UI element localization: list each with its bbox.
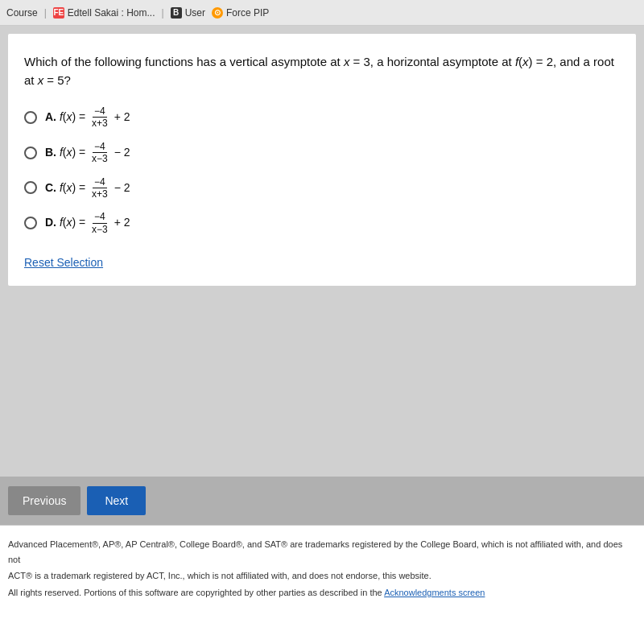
choice-A-label: A. f(x) = −4 x+3 + 2: [45, 105, 130, 130]
fraction-C-denom: x+3: [90, 188, 109, 200]
tab-edtell[interactable]: FE Edtell Sakai : Hom...: [53, 7, 155, 19]
choice-C-label: C. f(x) = −4 x+3 − 2: [45, 176, 130, 200]
next-button[interactable]: Next: [87, 486, 146, 515]
main-content-area: Which of the following functions has a v…: [0, 26, 644, 477]
tab-separator-1: |: [44, 7, 47, 19]
edtell-label: Edtell Sakai : Hom...: [68, 7, 155, 19]
forcepip-label: Force PIP: [226, 7, 269, 19]
footer: Advanced Placement®, AP®, AP Central®, C…: [0, 525, 644, 609]
tab-separator-2: |: [162, 7, 164, 19]
choice-B-label: B. f(x) = −4 x−3 − 2: [45, 141, 130, 165]
browser-tab-bar: Course | FE Edtell Sakai : Hom... | B Us…: [0, 0, 644, 26]
radio-C[interactable]: [24, 181, 37, 194]
choice-D-label: D. f(x) = −4 x−3 + 2: [45, 211, 130, 235]
choice-B[interactable]: B. f(x) = −4 x−3 − 2: [24, 141, 620, 165]
fraction-C-numer: −4: [93, 176, 107, 188]
reset-selection-link[interactable]: Reset Selection: [24, 256, 103, 269]
footer-line-2: ACT® is a trademark registered by ACT, I…: [8, 568, 636, 584]
footer-line-3: All rights reserved. Portions of this so…: [8, 585, 636, 601]
fraction-B: −4 x−3: [90, 141, 109, 165]
forcepip-icon: ⊙: [212, 7, 223, 19]
radio-D[interactable]: [24, 217, 37, 229]
previous-button[interactable]: Previous: [8, 486, 80, 515]
tab-forcepip[interactable]: ⊙ Force PIP: [212, 7, 269, 19]
choice-C[interactable]: C. f(x) = −4 x+3 − 2: [24, 176, 620, 200]
edtell-icon: FE: [53, 7, 64, 19]
fraction-A-denom: x+3: [90, 118, 109, 129]
choice-A[interactable]: A. f(x) = −4 x+3 + 2: [24, 105, 620, 130]
radio-A[interactable]: [24, 111, 37, 124]
question-text: Which of the following functions has a v…: [24, 53, 620, 89]
fraction-D-denom: x−3: [90, 224, 109, 235]
fraction-D-numer: −4: [93, 211, 107, 223]
course-label: Course: [6, 7, 38, 19]
tab-course[interactable]: Course: [6, 7, 38, 19]
fraction-A: −4 x+3: [90, 105, 109, 130]
user-icon: B: [171, 7, 182, 19]
fraction-A-numer: −4: [93, 105, 107, 118]
question-card: Which of the following functions has a v…: [8, 34, 636, 286]
fraction-D: −4 x−3: [90, 211, 109, 235]
acknowledgments-link[interactable]: Acknowledgments screen: [384, 588, 485, 597]
tab-user[interactable]: B User: [171, 7, 205, 19]
footer-line-1: Advanced Placement®, AP®, AP Central®, C…: [8, 537, 636, 567]
choice-D[interactable]: D. f(x) = −4 x−3 + 2: [24, 211, 620, 235]
radio-B[interactable]: [24, 147, 37, 159]
navigation-bar: Previous Next: [0, 477, 644, 525]
choices-list: A. f(x) = −4 x+3 + 2 B. f(x) = −4 x−3: [24, 105, 620, 235]
user-label: User: [185, 7, 205, 19]
fraction-B-numer: −4: [93, 141, 107, 153]
fraction-C: −4 x+3: [90, 176, 109, 200]
footer-line-3-text: All rights reserved. Portions of this so…: [8, 588, 384, 597]
fraction-B-denom: x−3: [90, 153, 109, 164]
